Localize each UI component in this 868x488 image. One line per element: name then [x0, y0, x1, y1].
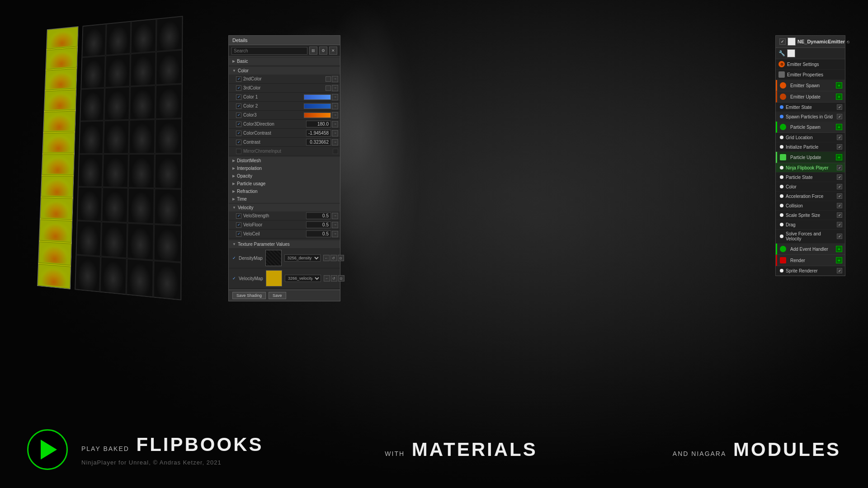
niagara-particle-state[interactable]: Particle State ✓: [776, 173, 845, 182]
ninja-flipbook-check[interactable]: ✓: [837, 165, 842, 170]
color3-mini-btn[interactable]: →: [332, 112, 338, 118]
details-search-bar[interactable]: ⊞ ⚙ ✕: [229, 45, 340, 56]
color-item-check[interactable]: ✓: [837, 184, 842, 189]
details-particle-usage-header[interactable]: ▶ Particle usage: [229, 180, 340, 188]
niagara-title-check[interactable]: ✓: [779, 38, 786, 45]
sprite-renderer-check[interactable]: ✓: [837, 268, 842, 273]
particle-state-check[interactable]: ✓: [837, 174, 842, 180]
details-texture-header[interactable]: ▼ Texture Parameter Values: [229, 240, 340, 248]
initialize-particle-check[interactable]: ✓: [837, 144, 842, 150]
color2-mini-btn[interactable]: →: [332, 103, 338, 109]
solve-forces-check[interactable]: ✓: [837, 234, 842, 239]
emitter-spawn-plus-btn[interactable]: +: [836, 82, 842, 89]
density-select[interactable]: 3256_density: [284, 254, 321, 262]
density-nav-icon[interactable]: ←: [323, 255, 330, 261]
niagara-add-event-handler-header[interactable]: Add Event Handler +: [776, 244, 845, 255]
save-button[interactable]: Save: [269, 292, 286, 299]
render-plus-btn[interactable]: +: [836, 257, 842, 263]
veloceil-input[interactable]: [306, 230, 331, 237]
colorcontrast-input[interactable]: [306, 130, 331, 136]
details-velocity-header[interactable]: ▼ Velocity: [229, 204, 340, 211]
particle-update-plus-btn[interactable]: +: [836, 154, 842, 160]
niagara-initialize-particle[interactable]: Initialize Particle ✓: [776, 142, 845, 152]
niagara-emitter-update-header[interactable]: Emitter Update +: [776, 91, 845, 103]
velocity-check[interactable]: ✓: [232, 276, 236, 281]
veloceil-btn[interactable]: →: [332, 231, 338, 237]
niagara-particle-update-header[interactable]: Particle Update +: [776, 152, 845, 163]
niagara-emitter-state[interactable]: Emitter State ✓: [776, 103, 845, 112]
contrast-input[interactable]: [306, 139, 331, 145]
velofloor-input[interactable]: [306, 221, 331, 228]
niagara-solve-forces[interactable]: Solve Forces and Velocity ✓: [776, 230, 845, 244]
3rdcolor-check[interactable]: ✓: [236, 85, 241, 91]
scale-sprite-check[interactable]: ✓: [837, 212, 842, 218]
contrast-check[interactable]: ✓: [236, 140, 241, 145]
play-button[interactable]: [27, 429, 68, 470]
niagara-external-link-icon[interactable]: ⎋: [847, 39, 849, 44]
details-color-header[interactable]: ▼ Color: [229, 67, 340, 75]
sprite-dark-cell: [78, 154, 103, 188]
mirror-check[interactable]: [236, 149, 241, 154]
velofloor-check[interactable]: ✓: [236, 222, 241, 228]
niagara-emitter-properties[interactable]: Emitter Properties: [776, 70, 845, 80]
niagara-grid-location[interactable]: Grid Location ✓: [776, 133, 845, 142]
color1-mini-btn[interactable]: →: [332, 94, 338, 100]
velocity-nav-icon[interactable]: ←: [324, 275, 330, 282]
niagara-ninja-flipbook-player[interactable]: Ninja Flipbook Player ✓: [776, 163, 845, 173]
colorcontrast-check[interactable]: ✓: [236, 131, 241, 136]
add-event-plus-btn[interactable]: +: [836, 246, 842, 252]
details-time-header[interactable]: ▶ Time: [229, 195, 340, 203]
niagara-acceleration-force[interactable]: Acceleration Force ✓: [776, 192, 845, 201]
collision-check[interactable]: ✓: [837, 203, 842, 208]
details-close-btn[interactable]: ✕: [329, 47, 337, 55]
color2-check[interactable]: ✓: [236, 103, 241, 109]
niagara-spawn-particles-grid[interactable]: Spawn Particles in Grid ✓: [776, 112, 845, 122]
details-grid-btn[interactable]: ⊞: [309, 47, 317, 55]
direction-check[interactable]: ✓: [236, 122, 241, 127]
details-settings-btn[interactable]: ⚙: [319, 47, 327, 55]
niagara-emitter-spawn-header[interactable]: Emitter Spawn +: [776, 80, 845, 91]
density-browse-icon[interactable]: ⊙: [338, 255, 344, 261]
density-refresh-icon[interactable]: ↺: [330, 255, 337, 261]
density-check[interactable]: ✓: [232, 256, 236, 260]
niagara-color[interactable]: Color ✓: [776, 182, 845, 192]
details-interpolation-header[interactable]: ▶ Interpolation: [229, 164, 340, 172]
details-opacity-header[interactable]: ▶ Opacity: [229, 172, 340, 180]
velostrength-input[interactable]: [306, 212, 331, 219]
velofloor-btn[interactable]: →: [332, 222, 338, 228]
niagara-scale-sprite[interactable]: Scale Sprite Size ✓: [776, 211, 845, 220]
niagara-emitter-settings[interactable]: ⚙ Emitter Settings: [776, 59, 845, 70]
veloceil-check[interactable]: ✓: [236, 231, 241, 237]
direction-mini-btn[interactable]: →: [332, 121, 338, 127]
emitter-update-plus-btn[interactable]: +: [836, 94, 842, 100]
acceleration-check[interactable]: ✓: [837, 193, 842, 199]
2ndcolor-mini-btn[interactable]: →: [332, 76, 338, 82]
particle-spawn-plus-btn[interactable]: +: [836, 124, 842, 130]
contrast-mini-btn[interactable]: →: [332, 139, 338, 145]
drag-check[interactable]: ✓: [837, 222, 842, 227]
velocity-refresh-icon[interactable]: ↺: [331, 275, 337, 282]
color3-check[interactable]: ✓: [236, 113, 241, 118]
velocity-select[interactable]: 3266_velocity: [285, 275, 321, 282]
color1-check[interactable]: ✓: [236, 94, 241, 100]
velostrength-btn[interactable]: →: [332, 213, 338, 219]
3rdcolor-mini-btn[interactable]: →: [332, 85, 338, 91]
spawn-particles-grid-check[interactable]: ✓: [837, 114, 842, 119]
niagara-particle-spawn-header[interactable]: Particle Spawn +: [776, 122, 845, 133]
grid-location-check[interactable]: ✓: [837, 135, 842, 140]
niagara-drag[interactable]: Drag ✓: [776, 220, 845, 230]
velocity-browse-icon[interactable]: ⊙: [338, 275, 344, 282]
niagara-sprite-renderer[interactable]: Sprite Renderer ✓: [776, 266, 845, 276]
details-search-input[interactable]: [231, 47, 307, 55]
colorcontrast-mini-btn[interactable]: →: [332, 130, 338, 136]
direction-input[interactable]: [306, 121, 331, 127]
niagara-render-header[interactable]: Render +: [776, 255, 845, 266]
niagara-collision[interactable]: Collision ✓: [776, 201, 845, 211]
2ndcolor-check[interactable]: ✓: [236, 76, 241, 82]
save-shading-button[interactable]: Save Shading: [232, 292, 266, 299]
details-distortmesh-header[interactable]: ▶ DistortMesh: [229, 157, 340, 164]
details-refraction-header[interactable]: ▶ Refraction: [229, 188, 340, 195]
details-basic-header[interactable]: ▶ Basic: [229, 57, 340, 65]
emitter-state-check[interactable]: ✓: [837, 104, 842, 110]
velostrength-check[interactable]: ✓: [236, 213, 241, 219]
